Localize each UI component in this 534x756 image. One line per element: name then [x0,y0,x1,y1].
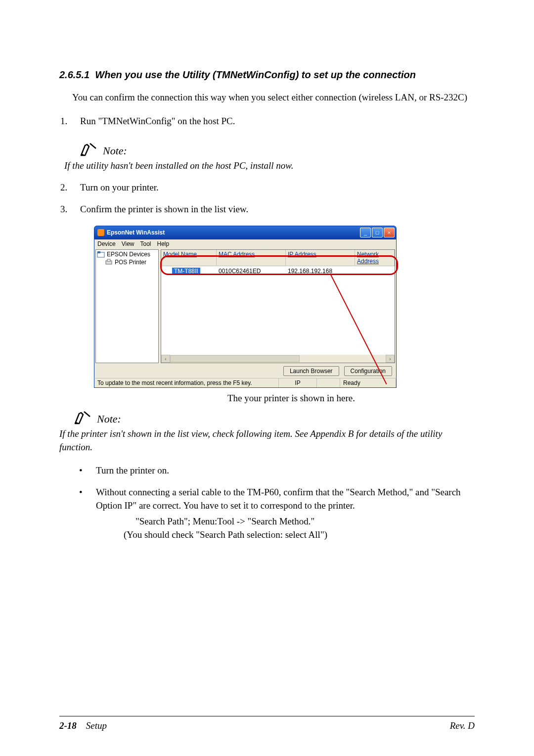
menu-device[interactable]: Device [97,240,116,247]
section-number: 2.6.5.1 [59,69,89,80]
step-3-num: 3. [60,204,80,215]
content-panes: EPSON Devices POS Printer Model Name MAC… [94,248,397,364]
maximize-button[interactable]: □ [372,228,383,237]
note-1-label: Note: [103,144,127,157]
window-buttons: _ □ × [360,228,395,237]
list-body[interactable]: TM-T88II 0010C62461ED 192.168.192.168 [161,266,395,355]
cell-model-selected: TM-T88II [172,268,200,275]
tree-child[interactable]: POS Printer [105,259,157,266]
page-footer: 2-18 Setup Rev. D [59,716,475,731]
section-heading: 2.6.5.1 When you use the Utility (TMNetW… [59,69,475,81]
bullet-2: • Without connecting a serial cable to t… [79,485,475,542]
button-row: Launch Browser Configuration [94,364,397,378]
cell-mac: 0010C62461ED [217,267,286,275]
hand-write-icon [73,409,93,425]
printer-icon [105,259,113,266]
status-message: To update to the most recent information… [94,378,279,387]
note-2-heading: Note: [73,409,475,425]
tree-pane[interactable]: EPSON Devices POS Printer [95,249,159,363]
close-button[interactable]: × [384,228,395,237]
intro-paragraph: You can confirm the connection this way … [72,91,475,105]
step-1-num: 1. [60,116,80,127]
step-2-text: Turn on your printer. [80,182,475,193]
footer-left: 2-18 Setup [59,720,107,731]
step-3: 3. Confirm the printer is shown in the l… [60,204,475,215]
step-1: 1. Run "TMNetWinConfig" on the host PC. [60,116,475,127]
section-title: When you use the Utility (TMNetWinConfig… [95,69,416,80]
footer-right: Rev. D [450,720,475,731]
launch-browser-button[interactable]: Launch Browser [283,366,339,376]
bullet-2-text: Without connecting a serial cable to the… [96,487,461,511]
horizontal-scrollbar[interactable]: ‹ › [161,355,395,363]
bullet-1: • Turn the printer on. [79,464,475,477]
header-ip[interactable]: IP Address [286,250,355,266]
status-ready: Ready [340,378,396,387]
svg-rect-3 [107,259,110,261]
status-empty [317,378,340,387]
list-pane: Model Name MAC Address IP Address Networ… [161,249,395,363]
app-screenshot: EpsonNet WinAssist _ □ × Device View Too… [94,226,397,388]
tree-root[interactable]: EPSON Devices [97,251,157,258]
scroll-right-arrow-icon[interactable]: › [386,355,395,363]
cell-network [355,267,395,275]
page-number: 2-18 [59,720,77,731]
cell-model: TM-T88II [161,267,217,275]
note-2-text: If the printer isn't shown in the list v… [59,427,475,454]
list-row[interactable]: TM-T88II 0010C62461ED 192.168.192.168 [161,266,395,275]
bullet-2-sub-b: (You should check "Search Path selection… [124,528,475,542]
bullet-2-marker: • [79,485,96,542]
devices-icon [97,251,105,258]
scroll-left-arrow-icon[interactable]: ‹ [161,355,170,363]
header-model[interactable]: Model Name [161,250,217,266]
header-network[interactable]: Network Address [355,250,395,266]
menu-view[interactable]: View [122,240,134,247]
bullet-1-text: Turn the printer on. [96,464,475,477]
window-titlebar: EpsonNet WinAssist _ □ × [94,226,397,239]
scroll-track[interactable] [170,355,386,362]
chapter-name: Setup [86,720,107,731]
note-1-heading: Note: [79,141,475,157]
status-protocol: IP [279,378,317,387]
header-mac[interactable]: MAC Address [217,250,286,266]
step-2-num: 2. [60,182,80,193]
menu-help[interactable]: Help [157,240,170,247]
bullet-2-sub-a: "Search Path"; Menu:Tool -> "Search Meth… [135,515,475,528]
window-title: EpsonNet WinAssist [107,229,165,236]
minimize-button[interactable]: _ [360,228,371,237]
scroll-thumb[interactable] [170,355,300,362]
bullet-2-content: Without connecting a serial cable to the… [96,485,475,542]
note-2-label: Note: [97,413,121,425]
step-3-text: Confirm the printer is shown in the list… [80,204,475,215]
bullet-1-marker: • [79,464,96,477]
menu-bar: Device View Tool Help [94,239,397,248]
cell-ip: 192.168.192.168 [286,267,355,275]
step-2: 2. Turn on your printer. [60,182,475,193]
window-title-left: EpsonNet WinAssist [97,229,165,236]
status-bar: To update to the most recent information… [94,378,397,388]
menu-tool[interactable]: Tool [140,240,151,247]
configuration-button[interactable]: Configuration [344,366,392,376]
tree-root-label: EPSON Devices [107,251,150,258]
svg-rect-1 [97,251,100,253]
tree-child-label: POS Printer [115,259,146,266]
note-1-text: If the utility hasn't been installed on … [64,159,475,173]
app-icon [97,229,104,236]
step-1-text: Run "TMNetWinConfig" on the host PC. [80,116,475,127]
column-headers: Model Name MAC Address IP Address Networ… [161,250,395,266]
hand-write-icon [79,141,99,157]
screenshot-caption: The your printer is shown in here. [227,393,475,404]
